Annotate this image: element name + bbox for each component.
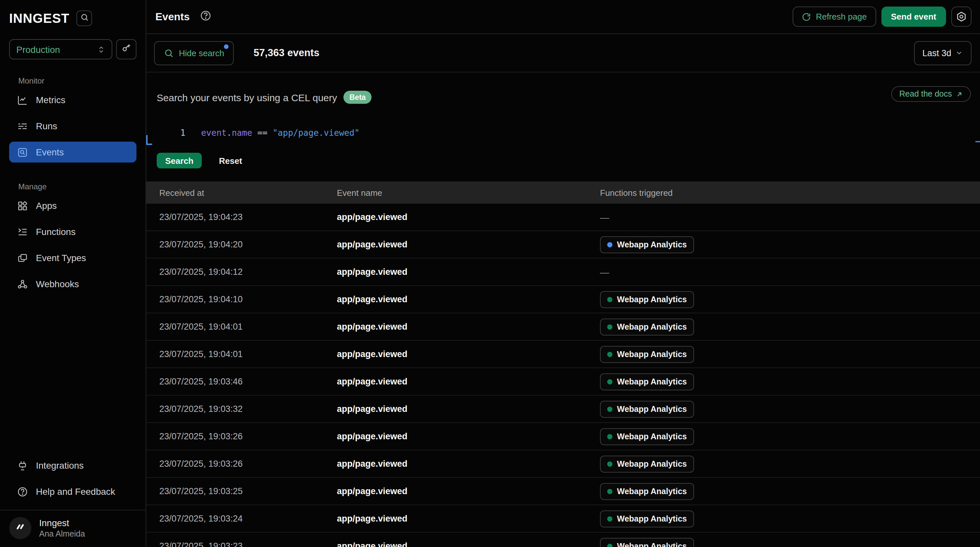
sidebar-item-label: Help and Feedback [36, 486, 115, 497]
function-status-dot [607, 351, 612, 357]
sidebar-item-metrics[interactable]: Metrics [9, 89, 137, 110]
table-row[interactable]: 23/07/2025, 19:04:20 app/page.viewed Web… [146, 231, 980, 259]
sidebar-item-apps[interactable]: Apps [9, 195, 137, 216]
function-badge-label: Webapp Analytics [617, 432, 687, 441]
event-name-cell: app/page.viewed [337, 294, 600, 304]
page-help-button[interactable] [200, 10, 212, 24]
user-name: Ana Almeida [39, 530, 85, 539]
cel-query-code: event.name == "app/page.viewed" [201, 127, 360, 138]
search-icon [164, 48, 174, 58]
read-the-docs-button[interactable]: Read the docs [891, 86, 971, 102]
api-keys-button[interactable] [116, 39, 137, 59]
event-name-cell: app/page.viewed [337, 486, 600, 496]
sidebar-item-integrations[interactable]: Integrations [9, 455, 137, 476]
received-at-cell: 23/07/2025, 19:04:23 [159, 212, 337, 222]
table-row[interactable]: 23/07/2025, 19:03:24 app/page.viewed Web… [146, 505, 980, 533]
webhooks-icon [17, 278, 28, 289]
function-badge-label: Webapp Analytics [617, 459, 687, 468]
sidebar-item-help-feedback[interactable]: Help and Feedback [9, 481, 137, 502]
sidebar-item-label: Integrations [36, 460, 84, 471]
function-badge[interactable]: Webapp Analytics [600, 373, 694, 390]
sidebar-item-event-types[interactable]: Event Types [9, 247, 137, 268]
sidebar-item-label: Apps [36, 200, 57, 211]
key-icon [121, 43, 131, 56]
table-row[interactable]: 23/07/2025, 19:04:01 app/page.viewed Web… [146, 313, 980, 341]
editor-resize-mark [975, 141, 980, 142]
received-at-cell: 23/07/2025, 19:04:12 [159, 267, 337, 277]
time-range-dropdown[interactable]: Last 3d [914, 41, 972, 65]
function-badge[interactable]: Webapp Analytics [600, 510, 694, 527]
function-badge-label: Webapp Analytics [617, 487, 687, 496]
beta-badge: Beta [344, 91, 372, 104]
event-name-cell: app/page.viewed [337, 349, 600, 359]
function-badge[interactable]: Webapp Analytics [600, 346, 694, 363]
column-header-received-at: Received at [159, 188, 337, 197]
refresh-page-label: Refresh page [816, 12, 867, 22]
column-header-event-name: Event name [337, 188, 600, 197]
table-row[interactable]: 23/07/2025, 19:03:26 app/page.viewed Web… [146, 423, 980, 450]
function-badge[interactable]: Webapp Analytics [600, 455, 694, 472]
send-event-button[interactable]: Send event [881, 6, 946, 27]
arrow-up-right-icon [956, 91, 963, 98]
settings-button[interactable] [951, 6, 972, 27]
function-badge-label: Webapp Analytics [617, 295, 687, 304]
function-badge[interactable]: Webapp Analytics [600, 318, 694, 335]
function-badge[interactable]: Webapp Analytics [600, 537, 694, 547]
received-at-cell: 23/07/2025, 19:04:01 [159, 349, 337, 359]
events-toolbar: Hide search 57,363 events Last 3d [146, 34, 980, 72]
events-table: Received at Event name Functions trigger… [146, 181, 980, 547]
sidebar-item-functions[interactable]: Functions [9, 221, 137, 242]
chevron-down-icon [955, 49, 963, 57]
org-name: Inngest [39, 518, 85, 528]
sidebar: INNGEST Production Monitor [0, 0, 146, 547]
main-content: Events Refresh page Send event [146, 0, 980, 547]
table-header-row: Received at Event name Functions trigger… [146, 181, 980, 204]
sidebar-item-label: Event Types [36, 253, 86, 263]
sidebar-item-webhooks[interactable]: Webhooks [9, 274, 137, 294]
function-status-dot [607, 488, 612, 494]
table-row[interactable]: 23/07/2025, 19:04:12 app/page.viewed — [146, 259, 980, 286]
functions-triggered-cell: — [600, 267, 980, 277]
search-button[interactable]: Search [157, 153, 202, 169]
function-status-dot [607, 434, 612, 439]
user-menu[interactable]: Inngest Ana Almeida [0, 510, 146, 547]
hide-search-button[interactable]: Hide search [154, 41, 234, 65]
function-badge[interactable]: Webapp Analytics [600, 291, 694, 308]
nav-section-manage: Manage [18, 182, 146, 191]
function-badge[interactable]: Webapp Analytics [600, 428, 694, 445]
received-at-cell: 23/07/2025, 19:04:10 [159, 294, 337, 304]
cel-query-editor[interactable]: 1 event.name == "app/page.viewed" [157, 127, 972, 138]
event-name-cell: app/page.viewed [337, 322, 600, 332]
sidebar-search-button[interactable] [77, 10, 92, 26]
functions-triggered-cell: Webapp Analytics [600, 483, 980, 500]
table-row[interactable]: 23/07/2025, 19:04:10 app/page.viewed Web… [146, 286, 980, 313]
table-row[interactable]: 23/07/2025, 19:03:32 app/page.viewed Web… [146, 396, 980, 423]
table-row[interactable]: 23/07/2025, 19:03:23 app/page.viewed Web… [146, 533, 980, 547]
function-badge[interactable]: Webapp Analytics [600, 401, 694, 417]
environment-selector[interactable]: Production [9, 39, 112, 59]
function-badge[interactable]: Webapp Analytics [600, 236, 694, 253]
function-status-dot [607, 516, 612, 521]
metrics-icon [17, 94, 28, 105]
inngest-logo: INNGEST [9, 11, 70, 26]
table-row[interactable]: 23/07/2025, 19:03:26 app/page.viewed Web… [146, 450, 980, 478]
refresh-page-button[interactable]: Refresh page [792, 6, 876, 27]
table-row[interactable]: 23/07/2025, 19:03:25 app/page.viewed Web… [146, 478, 980, 505]
function-badge-label: Webapp Analytics [617, 350, 687, 359]
sidebar-item-label: Metrics [36, 95, 65, 105]
sidebar-item-runs[interactable]: Runs [9, 116, 137, 137]
table-row[interactable]: 23/07/2025, 19:04:01 app/page.viewed Web… [146, 341, 980, 368]
sidebar-item-events[interactable]: Events [9, 142, 137, 162]
received-at-cell: 23/07/2025, 19:03:26 [159, 431, 337, 441]
time-range-value: Last 3d [922, 48, 951, 58]
table-row[interactable]: 23/07/2025, 19:03:46 app/page.viewed Web… [146, 368, 980, 396]
function-status-dot [607, 324, 612, 329]
runs-icon [17, 121, 28, 132]
functions-triggered-cell: Webapp Analytics [600, 428, 980, 445]
functions-triggered-cell: Webapp Analytics [600, 455, 980, 472]
function-badge[interactable]: Webapp Analytics [600, 483, 694, 500]
table-row[interactable]: 23/07/2025, 19:04:23 app/page.viewed — [146, 204, 980, 231]
reset-button[interactable]: Reset [219, 156, 242, 165]
received-at-cell: 23/07/2025, 19:03:32 [159, 404, 337, 414]
event-name-cell: app/page.viewed [337, 377, 600, 386]
